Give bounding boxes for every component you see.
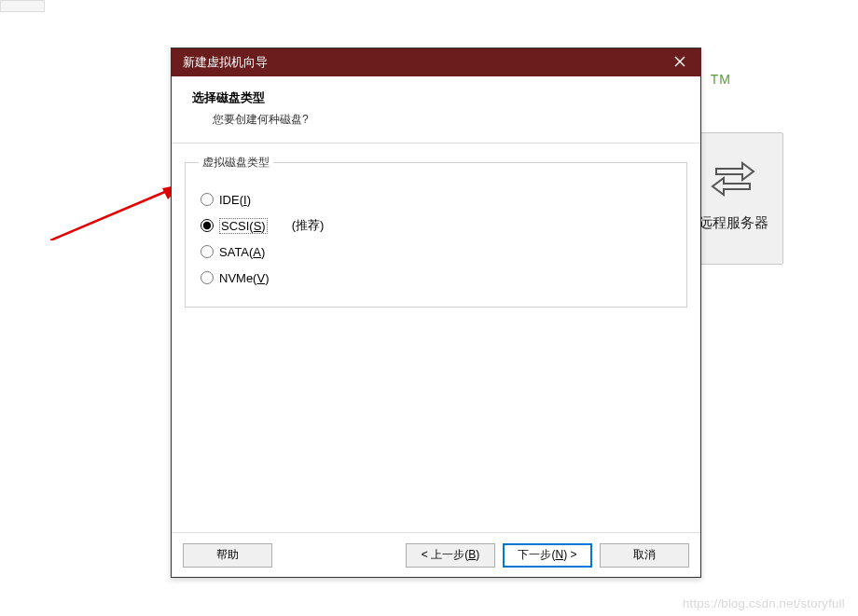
dialog-header: 选择磁盘类型 您要创建何种磁盘? xyxy=(172,76,700,144)
dialog-content: 虚拟磁盘类型 IDE(I) SCSI(S) (推荐) SATA(A) NVMe(… xyxy=(172,144,700,532)
radio-row-scsi: SCSI(S) (推荐) xyxy=(201,215,677,236)
dialog-button-bar: 帮助 < 上一步(B) 下一步(N) > 取消 xyxy=(172,532,700,577)
annotation-arrow-icon xyxy=(50,185,181,240)
radio-ide-label[interactable]: IDE(I) xyxy=(219,193,251,207)
radio-row-nvme: NVMe(V) xyxy=(201,267,677,288)
top-tab-fragment xyxy=(0,0,45,12)
next-button[interactable]: 下一步(N) > xyxy=(503,543,592,568)
cancel-button[interactable]: 取消 xyxy=(600,543,689,568)
radio-row-ide: IDE(I) xyxy=(201,189,677,210)
close-button[interactable] xyxy=(658,48,700,76)
disk-type-legend: 虚拟磁盘类型 xyxy=(199,155,273,171)
help-button[interactable]: 帮助 xyxy=(183,543,272,568)
radio-sata-label[interactable]: SATA(A) xyxy=(219,245,265,259)
dialog-title: 新建虚拟机向导 xyxy=(183,54,658,71)
dialog-titlebar: 新建虚拟机向导 xyxy=(172,48,700,76)
page-heading: 选择磁盘类型 xyxy=(192,89,680,106)
remote-server-label: 远程服务器 xyxy=(699,214,768,232)
disk-type-group: 虚拟磁盘类型 IDE(I) SCSI(S) (推荐) SATA(A) NVMe(… xyxy=(185,155,687,308)
radio-row-sata: SATA(A) xyxy=(201,241,677,262)
swap-arrows-icon xyxy=(711,154,755,201)
radio-ide[interactable] xyxy=(201,193,214,206)
close-icon xyxy=(674,56,685,70)
radio-scsi-label[interactable]: SCSI(S) xyxy=(219,218,268,234)
radio-scsi[interactable] xyxy=(201,219,214,232)
radio-nvme-label[interactable]: NVMe(V) xyxy=(219,271,269,285)
new-vm-wizard-dialog: 新建虚拟机向导 选择磁盘类型 您要创建何种磁盘? 虚拟磁盘类型 IDE(I) S… xyxy=(171,48,701,578)
back-button[interactable]: < 上一步(B) xyxy=(406,543,495,568)
watermark-text: https://blog.csdn.net/storyfull xyxy=(683,596,845,610)
tm-mark: TM xyxy=(711,72,731,87)
radio-sata[interactable] xyxy=(201,245,214,258)
page-subheading: 您要创建何种磁盘? xyxy=(213,112,680,128)
svg-line-0 xyxy=(50,191,167,240)
radio-scsi-hint: (推荐) xyxy=(292,217,325,234)
radio-nvme[interactable] xyxy=(201,271,214,284)
